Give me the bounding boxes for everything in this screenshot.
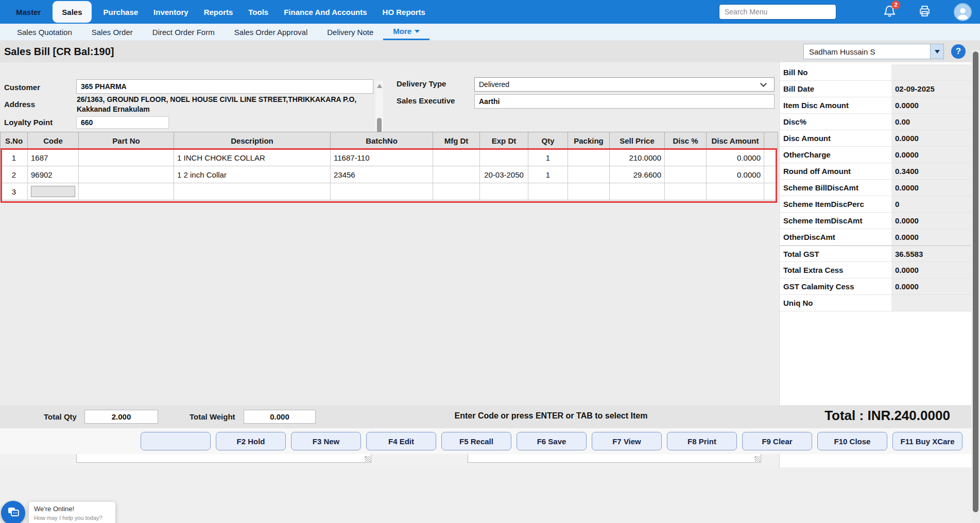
subnav-item-more[interactable]: More bbox=[383, 24, 429, 40]
cell-disc-amount[interactable]: 0.0000 bbox=[707, 149, 764, 166]
cell-packing[interactable] bbox=[568, 166, 610, 183]
cell-disc-pct[interactable] bbox=[665, 183, 707, 200]
total-qty-field[interactable]: 2.000 bbox=[84, 410, 158, 424]
col-partial bbox=[764, 132, 778, 149]
cell-part-no[interactable] bbox=[79, 166, 174, 183]
resize-grip-icon[interactable] bbox=[365, 456, 370, 462]
f11-buy-xcare-button[interactable]: F11 Buy XCare bbox=[892, 432, 962, 450]
cell-sell-price[interactable]: 210.0000 bbox=[610, 149, 665, 166]
cell-qty[interactable]: 1 bbox=[528, 166, 568, 183]
resize-grip-icon[interactable] bbox=[754, 456, 760, 462]
profile-button[interactable] bbox=[954, 3, 972, 21]
cell-exp-dt[interactable]: 20-03-2050 bbox=[480, 166, 528, 183]
cell-disc-amount[interactable]: 0.0000 bbox=[707, 166, 764, 183]
nav-item-tools[interactable]: Tools bbox=[240, 0, 276, 24]
summary-label: OtherCharge bbox=[780, 147, 891, 163]
col-disc-pct: Disc % bbox=[665, 132, 707, 149]
summary-label: GST Calamity Cess bbox=[780, 278, 891, 294]
cell-exp-dt[interactable] bbox=[480, 183, 528, 200]
total-qty-label: Total Qty bbox=[44, 412, 77, 421]
cell-mfg-dt[interactable] bbox=[433, 183, 480, 200]
nav-item-master[interactable]: Master bbox=[8, 0, 48, 24]
sales-executive-field[interactable]: Aarthi bbox=[474, 94, 775, 109]
user-select-value: Sadham Hussain S bbox=[804, 47, 930, 56]
entry-hint-text: Enter Code or press ENTER or TAB to sele… bbox=[412, 411, 690, 421]
nav-item-reports[interactable]: Reports bbox=[196, 0, 241, 24]
cell-batch-no[interactable] bbox=[331, 183, 433, 200]
loyalty-point-field[interactable]: 660 bbox=[76, 116, 169, 129]
summary-value: 0.0000 bbox=[891, 213, 971, 229]
summary-row: OtherCharge0.0000 bbox=[780, 147, 971, 163]
cell-batch-no[interactable]: 23456 bbox=[331, 166, 433, 183]
cell-code[interactable]: 96902 bbox=[28, 166, 79, 183]
cell-partial[interactable] bbox=[764, 183, 778, 200]
cell-partial[interactable] bbox=[764, 149, 778, 166]
f7-view-button[interactable]: F7 View bbox=[592, 432, 662, 450]
cell-description[interactable]: 1 INCH CHOKE COLLAR bbox=[174, 149, 331, 166]
chat-help-line: How may I help you today? bbox=[34, 515, 110, 521]
scrollbar-thumb[interactable] bbox=[973, 51, 978, 512]
subnav-item-sales-quotation[interactable]: Sales Quotation bbox=[7, 24, 82, 40]
cell-part-no[interactable] bbox=[79, 183, 174, 200]
notifications-button[interactable]: 2 bbox=[884, 5, 896, 20]
chat-launcher-button[interactable] bbox=[1, 501, 25, 523]
subnav-item-direct-order-form[interactable]: Direct Order Form bbox=[143, 24, 225, 40]
cell-sno[interactable]: 2 bbox=[1, 166, 28, 183]
cell-partial[interactable] bbox=[764, 166, 778, 183]
cell-code[interactable] bbox=[28, 183, 79, 200]
summary-label: Scheme ItemDiscPerc bbox=[780, 196, 891, 212]
subnav-item-sales-order-approval[interactable]: Sales Order Approval bbox=[225, 24, 318, 40]
cell-qty[interactable]: 1 bbox=[528, 149, 568, 166]
cell-code[interactable]: 1687 bbox=[28, 149, 79, 166]
cell-exp-dt[interactable] bbox=[480, 149, 528, 166]
vertical-scrollbar[interactable] bbox=[972, 50, 980, 523]
cell-description[interactable]: 1 2 inch Collar bbox=[174, 166, 331, 183]
cell-description[interactable] bbox=[174, 183, 331, 200]
f9-clear-button[interactable]: F9 Clear bbox=[742, 432, 812, 450]
chat-status-card[interactable]: We're Online! How may I help you today? bbox=[29, 502, 115, 523]
cell-disc-amount[interactable] bbox=[707, 183, 764, 200]
help-button[interactable]: ? bbox=[951, 44, 966, 59]
customer-field[interactable]: 365 PHARMA bbox=[76, 79, 373, 94]
f1-blank-button[interactable] bbox=[141, 432, 211, 450]
cell-packing[interactable] bbox=[568, 149, 610, 166]
f10-close-button[interactable]: F10 Close bbox=[817, 432, 887, 450]
nav-item-finance-and-accounts[interactable]: Finance And Accounts bbox=[276, 0, 374, 24]
f5-recall-button[interactable]: F5 Recall bbox=[441, 432, 511, 450]
nav-item-sales[interactable]: Sales bbox=[53, 1, 91, 23]
cell-disc-pct[interactable] bbox=[665, 166, 707, 183]
user-select-dropdown-button[interactable] bbox=[930, 44, 943, 59]
subnav-item-delivery-note[interactable]: Delivery Note bbox=[317, 24, 383, 40]
cell-mfg-dt[interactable] bbox=[433, 149, 480, 166]
f2-hold-button[interactable]: F2 Hold bbox=[216, 432, 286, 450]
summary-row: Item Disc Amount0.0000 bbox=[780, 97, 971, 114]
search-input[interactable] bbox=[719, 4, 836, 20]
cell-sno[interactable]: 3 bbox=[1, 183, 28, 200]
total-weight-field[interactable]: 0.000 bbox=[244, 410, 316, 424]
user-select[interactable]: Sadham Hussain S bbox=[803, 44, 944, 59]
f6-save-button[interactable]: F6 Save bbox=[517, 432, 587, 450]
nav-item-purchase[interactable]: Purchase bbox=[96, 0, 146, 24]
scrollbar-thumb[interactable] bbox=[377, 118, 382, 133]
nav-item-inventory[interactable]: Inventory bbox=[146, 0, 196, 24]
f4-edit-button[interactable]: F4 Edit bbox=[366, 432, 436, 450]
cell-part-no[interactable] bbox=[79, 149, 174, 166]
cell-sell-price[interactable]: 29.6600 bbox=[610, 166, 665, 183]
address-field[interactable]: 26/1363, GROUND FLOOR, NOEL HOUSE CIVIL … bbox=[76, 95, 373, 116]
summary-label: Disc Amount bbox=[780, 130, 891, 146]
print-button[interactable] bbox=[918, 5, 931, 20]
cell-packing[interactable] bbox=[568, 183, 610, 200]
f3-new-button[interactable]: F3 New bbox=[291, 432, 361, 450]
delivery-type-select[interactable]: Delivered bbox=[474, 77, 775, 92]
cell-sell-price[interactable] bbox=[610, 183, 665, 200]
f8-print-button[interactable]: F8 Print bbox=[667, 432, 737, 450]
cell-qty[interactable] bbox=[528, 183, 568, 200]
cell-mfg-dt[interactable] bbox=[433, 166, 480, 183]
cell-batch-no[interactable]: 11687-110 bbox=[331, 149, 433, 166]
nav-item-ho-reports[interactable]: HO Reports bbox=[375, 0, 433, 24]
subnav-item-sales-order[interactable]: Sales Order bbox=[82, 24, 143, 40]
code-entry-input[interactable] bbox=[31, 186, 75, 197]
cell-sno[interactable]: 1 bbox=[1, 149, 28, 166]
scroll-up-icon[interactable] bbox=[377, 84, 382, 88]
cell-disc-pct[interactable] bbox=[665, 149, 707, 166]
